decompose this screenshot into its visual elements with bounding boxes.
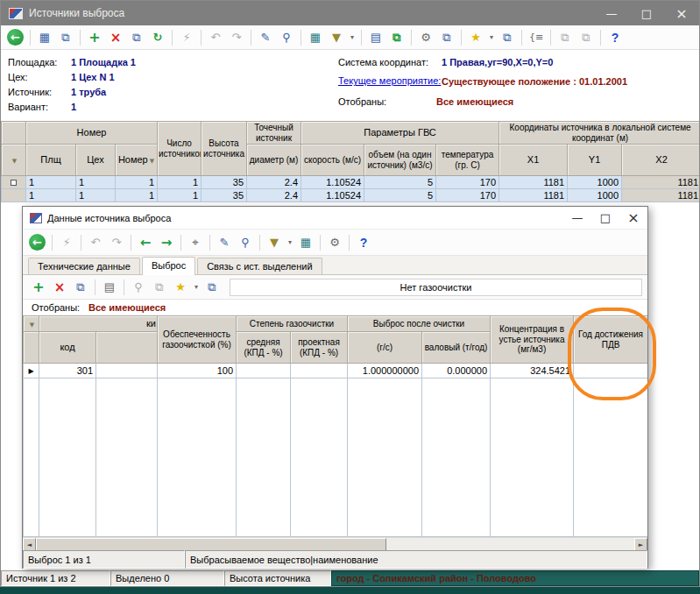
col-group-substance[interactable]: ки [39, 316, 158, 332]
cell-x1[interactable]: 1181 [499, 189, 568, 202]
col-header-volume[interactable]: объем (на один источник) (м3/с) [364, 145, 436, 176]
dialog-close-button[interactable]: × [619, 207, 647, 229]
dialog-add-button[interactable]: + [29, 278, 48, 297]
table-row[interactable]: 1 1 1 1 35 2.4 1.10524 5 170 1181 1000 1… [2, 176, 700, 189]
cell-avg-kpd[interactable] [237, 364, 291, 378]
tab-emission[interactable]: Выброс [142, 257, 195, 275]
grid-filter-cell[interactable]: ▼ [2, 145, 26, 176]
duplicate-button[interactable]: ⧉ [127, 28, 146, 47]
select-columns-button[interactable]: ▦ [306, 28, 325, 47]
exchange-button[interactable]: ⧉ [387, 28, 407, 47]
tab-link-to-sources[interactable]: Связь с ист. выделений [197, 258, 322, 274]
col-group-point-source[interactable]: Точечный источник [247, 122, 301, 145]
copy-special-button[interactable]: ⧉ [498, 28, 517, 47]
dialog-copy2-button[interactable]: ⧉ [202, 278, 222, 297]
grid-corner-cell[interactable] [2, 122, 26, 145]
col-header-ceh[interactable]: Цех [76, 145, 116, 176]
grid-filter-cell[interactable] [24, 332, 39, 364]
col-header-x2[interactable]: X2 [622, 145, 699, 176]
cell-height[interactable]: 35 [202, 176, 247, 189]
col-group-nomer[interactable]: Номер [26, 122, 158, 145]
next-record-button[interactable]: → [157, 233, 176, 252]
cell-ceh[interactable]: 1 [76, 176, 116, 189]
cell-design-kpd[interactable] [291, 364, 348, 378]
dialog-maximize-button[interactable]: □ [591, 207, 619, 229]
dialog-view-button[interactable]: ▤ [100, 278, 119, 297]
dialog-favorites-button[interactable]: ★ [171, 278, 190, 297]
add-button[interactable]: + [85, 28, 104, 47]
cell-x2[interactable]: 1181 [622, 176, 699, 189]
dialog-undo-button[interactable]: ↶ [86, 233, 105, 252]
col-group-after-cleaning[interactable]: Выброс после очистки [348, 316, 491, 332]
col-header-avg-kpd[interactable]: средняя (КПД - %) [237, 332, 291, 364]
row-indicator-cell[interactable] [2, 189, 26, 202]
dialog-copy-button[interactable]: ⧉ [71, 278, 90, 297]
col-header-code[interactable]: код [39, 332, 96, 364]
cell-speed[interactable]: 1.10524 [301, 189, 364, 202]
maximize-button[interactable]: □ [629, 1, 664, 25]
cell-gross[interactable]: 0.000000 [422, 364, 491, 378]
col-header-concentration[interactable]: Концентрация в устье источника (мг/м3) [491, 316, 574, 364]
paste-disabled-button[interactable]: ⧉ [576, 28, 596, 47]
current-event-link[interactable]: Текущее мероприятие: [338, 75, 442, 87]
cell-nomer[interactable]: 1 [116, 176, 158, 189]
col-header-blank[interactable] [96, 332, 158, 364]
favorites-dropdown-caret[interactable]: ▾ [487, 28, 496, 47]
pin-button[interactable]: ⌖ [186, 233, 205, 252]
col-header-provision[interactable]: Обеспеченность газоочисткой (%) [158, 316, 237, 364]
cell-speed[interactable]: 1.10524 [301, 176, 364, 189]
cell-provision[interactable]: 100 [158, 364, 237, 378]
cell-y1[interactable]: 1000 [568, 176, 622, 189]
scrollbar-track[interactable] [36, 538, 634, 550]
grid-corner-cell[interactable]: ▼ [24, 316, 39, 332]
dialog-filter-caret[interactable]: ▾ [286, 233, 294, 252]
cell-plsh[interactable]: 1 [26, 176, 76, 189]
col-header-height[interactable]: Высота источника [202, 122, 247, 176]
col-header-gross[interactable]: валовый (т/год) [422, 332, 491, 364]
cell-year-pdv[interactable] [574, 364, 647, 378]
dialog-redo-button[interactable]: ↷ [107, 233, 126, 252]
cell-nomer[interactable]: 1 [116, 189, 158, 202]
cell-blank[interactable] [96, 364, 158, 378]
close-button[interactable]: × [664, 1, 699, 25]
cell-x2[interactable]: 1181 [622, 189, 699, 202]
cell-x1[interactable]: 1181 [499, 176, 568, 189]
scroll-right-button[interactable]: ► [634, 538, 647, 551]
cell-temp[interactable]: 170 [436, 176, 499, 189]
tab-technical-data[interactable]: Технические данные [28, 258, 140, 274]
cell-temp[interactable]: 170 [436, 189, 499, 202]
cell-plsh[interactable]: 1 [26, 189, 76, 202]
dialog-settings-button[interactable]: ⚙ [325, 233, 344, 252]
cell-volume[interactable]: 5 [364, 189, 436, 202]
col-header-source-count[interactable]: Число источников [158, 122, 202, 176]
prev-record-button[interactable]: ← [136, 233, 155, 252]
col-header-design-kpd[interactable]: проектная (КПД - %) [291, 332, 348, 364]
dialog-find-button[interactable]: ⚲ [236, 233, 255, 252]
col-header-speed[interactable]: скорость (м/с) [301, 145, 364, 176]
cell-volume[interactable]: 5 [364, 176, 436, 189]
doc-button[interactable]: ⧉ [437, 28, 456, 47]
cell-concentration[interactable]: 324.5421 [491, 364, 574, 378]
copy-page-button[interactable]: ⧉ [56, 28, 75, 47]
tools-button[interactable]: ⚙ [416, 28, 435, 47]
cell-count[interactable]: 1 [158, 189, 202, 202]
cell-ceh[interactable]: 1 [76, 189, 116, 202]
dialog-columns-button[interactable]: ▦ [296, 233, 315, 252]
dialog-help-button[interactable]: ? [354, 233, 373, 252]
col-header-y1[interactable]: Y1 [568, 145, 622, 176]
col-header-x1[interactable]: X1 [499, 145, 568, 176]
col-group-coords[interactable]: Координаты источника в локальной системе… [499, 122, 699, 145]
cell-diameter[interactable]: 2.4 [247, 189, 301, 202]
col-header-diameter[interactable]: диаметр (м) [247, 145, 301, 176]
table-view-button[interactable]: ▤ [366, 28, 385, 47]
filter-dropdown-caret[interactable]: ▾ [348, 28, 357, 47]
scroll-left-button[interactable]: ◄ [23, 538, 36, 551]
dialog-filter-button[interactable]: ▼ [265, 233, 284, 252]
dialog-delete-button[interactable]: × [50, 278, 69, 297]
col-header-year-pdv[interactable]: Год достижения ПДВ [574, 316, 647, 364]
report-button[interactable]: ▦ [35, 28, 54, 47]
refresh-button[interactable]: ↻ [148, 28, 167, 47]
table-row[interactable]: 1 1 1 1 35 2.4 1.10524 5 170 1181 1000 1… [2, 189, 700, 202]
dialog-doc-button[interactable]: ⧉ [150, 278, 169, 297]
cell-height[interactable]: 35 [202, 189, 247, 202]
